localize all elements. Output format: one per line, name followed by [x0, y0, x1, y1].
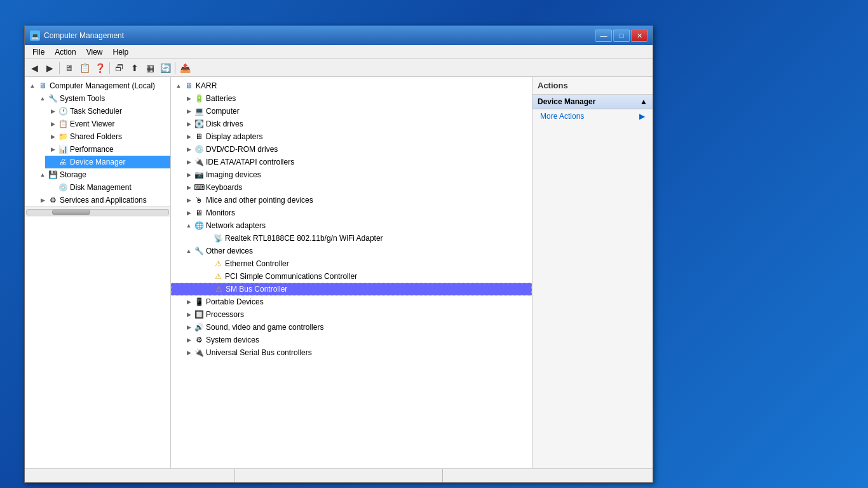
maximize-button[interactable]: □	[613, 29, 630, 42]
device-keyboards[interactable]: ▶ ⌨ Keyboards	[171, 181, 532, 194]
usb-icon: 🔌	[194, 348, 204, 358]
device-mice[interactable]: ▶ 🖱 Mice and other pointing devices	[171, 194, 532, 207]
imaging-icon: 📷	[194, 170, 204, 180]
performance-expand-icon[interactable]: ▶	[48, 144, 58, 154]
tree-system-tools[interactable]: ▲ 🔧 System Tools	[35, 92, 170, 105]
device-usb[interactable]: ▶ 🔌 Universal Serial Bus controllers	[171, 346, 532, 359]
monitors-expand[interactable]: ▶	[184, 208, 194, 218]
back-button[interactable]: ◀	[27, 61, 41, 75]
tree-storage[interactable]: ▲ 💾 Storage	[35, 168, 170, 181]
device-manager-expand-icon[interactable]	[48, 157, 58, 167]
status-bar	[25, 468, 653, 482]
device-pci-controller[interactable]: ⚠ PCI Simple Communications Controller	[171, 270, 532, 283]
system-tools-expand-icon[interactable]: ▲	[37, 93, 48, 104]
computer-label: Computer	[206, 107, 240, 116]
more-actions-link[interactable]: More Actions ▶	[532, 109, 653, 123]
menu-help[interactable]: Help	[108, 46, 134, 58]
system-devices-expand[interactable]: ▶	[184, 335, 194, 345]
device-sound[interactable]: ▶ 🔊 Sound, video and game controllers	[171, 321, 532, 334]
sound-expand[interactable]: ▶	[184, 322, 194, 332]
root-expand-icon[interactable]: ▲	[27, 81, 37, 91]
imaging-expand[interactable]: ▶	[184, 170, 194, 180]
tree-event-viewer[interactable]: ▶ 📋 Event Viewer	[45, 118, 170, 130]
forward-button[interactable]: ▶	[43, 61, 57, 75]
event-viewer-label: Event Viewer	[70, 119, 114, 128]
device-dvd[interactable]: ▶ 💿 DVD/CD-ROM drives	[171, 143, 532, 156]
show-hide-console-tree-button[interactable]: 🖥	[62, 61, 76, 75]
left-pane-scrollbar[interactable]	[25, 207, 170, 217]
batteries-label: Batteries	[206, 94, 236, 103]
tree-services-applications[interactable]: ▶ ⚙ Services and Applications	[35, 194, 170, 207]
help-button[interactable]: ❓	[93, 61, 107, 75]
device-batteries[interactable]: ▶ 🔋 Batteries	[171, 92, 532, 105]
computer-expand[interactable]: ▶	[184, 106, 194, 116]
left-pane: ▲ 🖥 Computer Management (Local) ▲ 🔧 Syst…	[25, 77, 171, 468]
menu-view[interactable]: View	[81, 46, 108, 58]
shared-folders-expand-icon[interactable]: ▶	[48, 132, 58, 142]
menu-action[interactable]: Action	[50, 46, 81, 58]
device-portable[interactable]: ▶ 📱 Portable Devices	[171, 295, 532, 308]
device-ethernet-controller[interactable]: ⚠ Ethernet Controller	[171, 257, 532, 270]
tree-performance[interactable]: ▶ 📊 Performance	[45, 143, 170, 156]
disk-management-expand-icon[interactable]	[48, 182, 58, 193]
actions-section-title-label: Device Manager	[538, 97, 595, 106]
device-imaging[interactable]: ▶ 📷 Imaging devices	[171, 168, 532, 181]
realtek-icon: 📡	[213, 233, 223, 243]
usb-expand[interactable]: ▶	[184, 348, 194, 358]
shared-folders-label: Shared Folders	[70, 132, 122, 141]
event-viewer-icon: 📋	[58, 119, 68, 129]
device-system[interactable]: ▶ ⚙ System devices	[171, 334, 532, 346]
new-window-button[interactable]: 🗗	[112, 61, 126, 75]
network-expand[interactable]: ▲	[184, 220, 194, 231]
up-button[interactable]: ⬆	[128, 61, 142, 75]
device-network-adapters[interactable]: ▲ 🌐 Network adapters	[171, 219, 532, 232]
menu-file[interactable]: File	[27, 46, 50, 58]
root-icon: 🖥	[37, 81, 48, 91]
properties-button[interactable]: 📋	[78, 61, 92, 75]
keyboards-expand[interactable]: ▶	[184, 182, 194, 193]
device-other-devices[interactable]: ▲ 🔧 Other devices	[171, 245, 532, 257]
disk-drives-expand[interactable]: ▶	[184, 119, 194, 129]
tree-shared-folders[interactable]: ▶ 📁 Shared Folders	[45, 130, 170, 143]
refresh-button[interactable]: 🔄	[158, 61, 172, 75]
system-devices-label: System devices	[206, 336, 259, 344]
minimize-button[interactable]: —	[595, 29, 612, 42]
device-ide[interactable]: ▶ 🔌 IDE ATA/ATAPI controllers	[171, 156, 532, 168]
ide-expand[interactable]: ▶	[184, 157, 194, 167]
portable-icon: 📱	[194, 297, 204, 307]
device-sm-bus-controller[interactable]: ⚠ SM Bus Controller	[171, 283, 532, 295]
device-realtek[interactable]: 📡 Realtek RTL8188CE 802.11b/g/n WiFi Ada…	[171, 232, 532, 245]
karr-expand-icon[interactable]: ▲	[173, 81, 184, 91]
portable-expand[interactable]: ▶	[184, 297, 194, 307]
task-scheduler-expand-icon[interactable]: ▶	[48, 106, 58, 116]
close-button[interactable]: ✕	[631, 29, 648, 42]
other-label: Other devices	[206, 247, 253, 255]
batteries-expand[interactable]: ▶	[184, 93, 194, 104]
realtek-expand	[203, 233, 213, 243]
show-hide-action-pane-button[interactable]: ▦	[143, 61, 157, 75]
main-content: ▲ 🖥 Computer Management (Local) ▲ 🔧 Syst…	[25, 77, 653, 468]
other-expand[interactable]: ▲	[184, 246, 194, 256]
device-disk-drives[interactable]: ▶ 💽 Disk drives	[171, 118, 532, 130]
device-processors[interactable]: ▶ 🔲 Processors	[171, 308, 532, 321]
tree-device-manager[interactable]: 🖨 Device Manager	[45, 156, 170, 168]
export-button[interactable]: 📤	[178, 61, 192, 75]
status-section-1	[27, 469, 235, 482]
tree-root[interactable]: ▲ 🖥 Computer Management (Local)	[25, 79, 170, 92]
device-monitors[interactable]: ▶ 🖥 Monitors	[171, 207, 532, 219]
dvd-expand[interactable]: ▶	[184, 144, 194, 154]
device-display-adapters[interactable]: ▶ 🖥 Display adapters	[171, 130, 532, 143]
tree-disk-management[interactable]: 💿 Disk Management	[45, 181, 170, 194]
services-expand-icon[interactable]: ▶	[37, 195, 48, 205]
actions-section-title[interactable]: Device Manager ▲	[532, 95, 653, 109]
display-adapters-expand[interactable]: ▶	[184, 132, 194, 142]
mice-expand[interactable]: ▶	[184, 195, 194, 205]
tree-task-scheduler[interactable]: ▶ 🕐 Task Scheduler	[45, 105, 170, 118]
storage-expand-icon[interactable]: ▲	[37, 170, 48, 180]
event-viewer-expand-icon[interactable]: ▶	[48, 119, 58, 129]
system-tools-icon: 🔧	[48, 93, 58, 104]
processors-expand[interactable]: ▶	[184, 309, 194, 320]
device-computer[interactable]: ▶ 💻 Computer	[171, 105, 532, 118]
other-icon: 🔧	[194, 246, 204, 256]
device-root[interactable]: ▲ 🖥 KARR	[171, 79, 532, 92]
